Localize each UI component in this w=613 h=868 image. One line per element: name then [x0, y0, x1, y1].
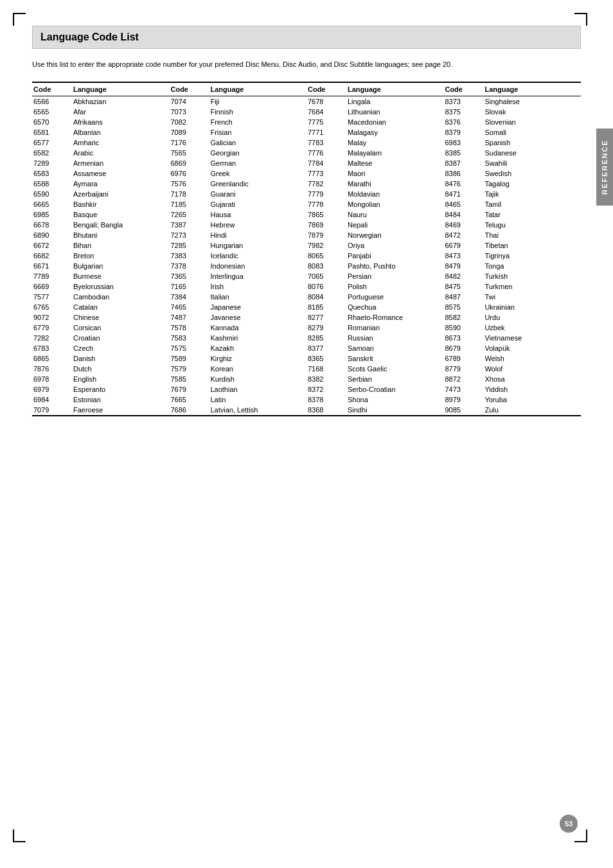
code-cell-17-6: 8482 [443, 271, 483, 281]
lang-cell-6-3: German [209, 158, 306, 168]
code-cell-15-6: 8473 [443, 251, 483, 261]
code-cell-10-2: 7185 [169, 199, 209, 209]
code-cell-7-4: 7773 [306, 168, 346, 179]
lang-cell-10-5: Mongolian [346, 199, 444, 209]
title-section: Language Code List [32, 26, 581, 49]
header-lang-4: Language [483, 82, 581, 96]
lang-cell-13-1: Bhutani [72, 230, 170, 240]
table-row: 7079Faeroese7686Latvian, Lettish8368Sind… [32, 405, 581, 416]
code-cell-28-2: 7679 [169, 384, 209, 394]
code-cell-18-0: 6669 [32, 281, 72, 292]
lang-cell-30-5: Sindhi [346, 405, 444, 416]
lang-cell-22-3: Kannada [209, 323, 306, 333]
lang-cell-19-5: Portuguese [346, 292, 444, 302]
code-cell-13-4: 7879 [306, 230, 346, 240]
lang-cell-2-3: French [209, 117, 306, 127]
code-cell-28-0: 6979 [32, 384, 72, 394]
table-row: 6566Abkhazian7074Fiji7678Lingala8373Sing… [32, 96, 581, 107]
lang-cell-13-7: Thai [483, 230, 581, 240]
table-row: 6669Byelorussian7165Irish8076Polish8475T… [32, 281, 581, 292]
code-cell-20-2: 7465 [169, 302, 209, 312]
code-cell-20-6: 8575 [443, 302, 483, 312]
lang-cell-21-3: Javanese [209, 312, 306, 323]
code-cell-1-6: 8375 [443, 107, 483, 117]
lang-cell-16-5: Pashto, Pushto [346, 261, 444, 271]
lang-cell-4-5: Malay [346, 137, 444, 148]
code-cell-30-2: 7686 [169, 405, 209, 416]
lang-cell-21-7: Urdu [483, 312, 581, 323]
lang-cell-29-5: Shona [346, 394, 444, 405]
code-cell-29-6: 8979 [443, 394, 483, 405]
lang-cell-8-3: Greenlandic [209, 179, 306, 189]
code-cell-30-0: 7079 [32, 405, 72, 416]
code-cell-8-0: 6588 [32, 179, 72, 189]
lang-cell-11-3: Hausa [209, 209, 306, 220]
lang-cell-14-7: Tibetan [483, 240, 581, 251]
lang-cell-6-1: Armenian [72, 158, 170, 168]
lang-cell-19-7: Twi [483, 292, 581, 302]
lang-cell-2-1: Afrikaans [72, 117, 170, 127]
code-cell-27-6: 8872 [443, 374, 483, 384]
code-cell-19-0: 7577 [32, 292, 72, 302]
code-cell-18-2: 7165 [169, 281, 209, 292]
lang-cell-2-5: Macedonian [346, 117, 444, 127]
lang-cell-25-7: Welsh [483, 353, 581, 364]
lang-cell-11-1: Basque [72, 209, 170, 220]
table-row: 6565Afar7073Finnish7684Lithuanian8375Slo… [32, 107, 581, 117]
code-cell-25-6: 6789 [443, 353, 483, 364]
code-cell-19-4: 8084 [306, 292, 346, 302]
code-cell-16-0: 6671 [32, 261, 72, 271]
table-row: 6570Afrikaans7082French7775Macedonian837… [32, 117, 581, 127]
code-cell-11-4: 7865 [306, 209, 346, 220]
language-table: Code Language Code Language Code Languag… [32, 82, 581, 416]
code-cell-19-2: 7384 [169, 292, 209, 302]
page-number: 53 [560, 815, 578, 833]
code-cell-11-2: 7265 [169, 209, 209, 220]
code-cell-3-4: 7771 [306, 127, 346, 137]
lang-cell-1-3: Finnish [209, 107, 306, 117]
lang-cell-26-7: Wolof [483, 364, 581, 374]
header-code-4: Code [443, 82, 483, 96]
lang-cell-26-1: Dutch [72, 364, 170, 374]
lang-cell-18-1: Byelorussian [72, 281, 170, 292]
lang-cell-1-1: Afar [72, 107, 170, 117]
code-cell-25-4: 8365 [306, 353, 346, 364]
lang-cell-0-7: Singhalese [483, 96, 581, 107]
lang-cell-28-1: Esperanto [72, 384, 170, 394]
code-cell-7-2: 6976 [169, 168, 209, 179]
code-cell-22-2: 7578 [169, 323, 209, 333]
code-cell-20-4: 8185 [306, 302, 346, 312]
lang-cell-4-7: Spanish [483, 137, 581, 148]
lang-cell-0-3: Fiji [209, 96, 306, 107]
page-title: Language Code List [40, 31, 573, 43]
table-row: 6678Bengali; Bangla7387Hebrew7869Nepali8… [32, 220, 581, 230]
code-cell-13-2: 7273 [169, 230, 209, 240]
code-cell-7-0: 6583 [32, 168, 72, 179]
lang-cell-11-7: Tatar [483, 209, 581, 220]
lang-cell-30-7: Zulu [483, 405, 581, 416]
code-cell-14-6: 6679 [443, 240, 483, 251]
lang-cell-28-5: Serbo-Croatian [346, 384, 444, 394]
lang-cell-1-7: Slovak [483, 107, 581, 117]
lang-cell-28-7: Yiddish [483, 384, 581, 394]
table-row: 6665Bashkir7185Gujarati7778Mongolian8465… [32, 199, 581, 209]
code-cell-12-4: 7869 [306, 220, 346, 230]
code-cell-28-6: 7473 [443, 384, 483, 394]
code-cell-2-6: 8376 [443, 117, 483, 127]
lang-cell-0-1: Abkhazian [72, 96, 170, 107]
code-cell-1-0: 6565 [32, 107, 72, 117]
table-row: 6581Albanian7089Frisian7771Malagasy8379S… [32, 127, 581, 137]
lang-cell-15-5: Panjabi [346, 251, 444, 261]
lang-cell-6-5: Maltese [346, 158, 444, 168]
lang-cell-25-5: Sanskrit [346, 353, 444, 364]
code-cell-15-4: 8065 [306, 251, 346, 261]
intro-text: Use this list to enter the appropriate c… [32, 59, 581, 70]
lang-cell-25-3: Kirghiz [209, 353, 306, 364]
lang-cell-9-5: Moldavian [346, 189, 444, 199]
lang-cell-0-5: Lingala [346, 96, 444, 107]
table-row: 9072Chinese7487Javanese8277Rhaeto-Romanc… [32, 312, 581, 323]
lang-cell-3-7: Somali [483, 127, 581, 137]
lang-cell-12-5: Nepali [346, 220, 444, 230]
code-cell-21-0: 9072 [32, 312, 72, 323]
code-cell-30-6: 9085 [443, 405, 483, 416]
